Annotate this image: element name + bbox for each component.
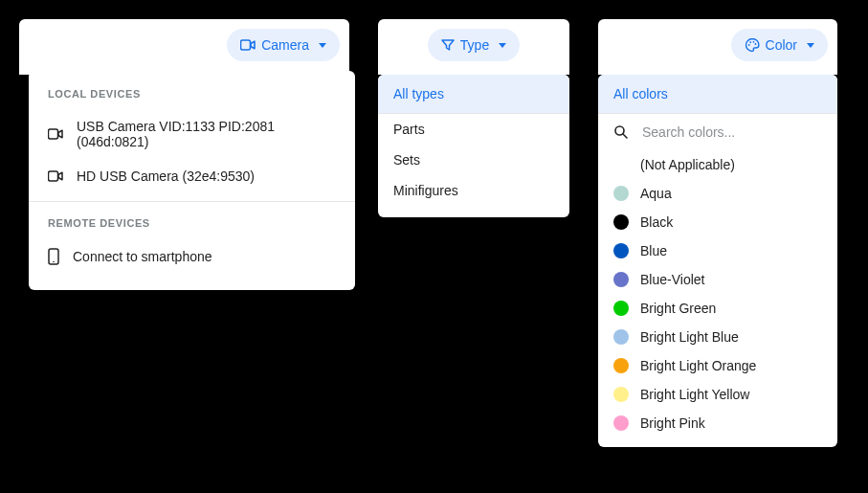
color-swatch bbox=[613, 387, 629, 402]
color-swatch bbox=[613, 243, 629, 258]
remote-devices-header: REMOTE DEVICES bbox=[29, 210, 355, 238]
type-option[interactable]: Minifigures bbox=[378, 175, 569, 206]
color-option[interactable]: Bright Pink bbox=[598, 409, 837, 437]
color-option[interactable]: Bright Light Yellow bbox=[598, 380, 837, 409]
camera-chip[interactable]: Camera bbox=[227, 29, 340, 61]
color-option[interactable]: Bright Green bbox=[598, 294, 837, 323]
color-search-input[interactable] bbox=[640, 123, 822, 141]
local-devices-header: LOCAL DEVICES bbox=[29, 71, 355, 109]
color-dropdown: All colors (Not Applicable)AquaBlackBlue… bbox=[598, 75, 837, 447]
filter-icon bbox=[441, 38, 455, 52]
color-option[interactable]: Black bbox=[598, 208, 837, 236]
type-option[interactable]: Parts bbox=[378, 114, 569, 145]
svg-point-4 bbox=[53, 261, 55, 263]
color-option-label: Bright Green bbox=[640, 301, 716, 316]
svg-line-10 bbox=[623, 134, 627, 138]
camera-dropdown: LOCAL DEVICES USB Camera VID:1133 PID:20… bbox=[29, 71, 355, 290]
svg-point-5 bbox=[747, 44, 749, 46]
color-option[interactable]: Blue bbox=[598, 236, 837, 265]
color-chip[interactable]: Color bbox=[731, 29, 828, 61]
svg-rect-1 bbox=[49, 129, 58, 139]
videocam-icon bbox=[48, 170, 63, 182]
local-device-item[interactable]: USB Camera VID:1133 PID:2081 (046d:0821) bbox=[29, 109, 355, 159]
color-option-label: Blue-Violet bbox=[640, 272, 704, 287]
chevron-down-icon bbox=[319, 43, 326, 48]
color-option-label: Bright Light Orange bbox=[640, 358, 756, 373]
svg-point-6 bbox=[749, 41, 751, 43]
camera-chip-label: Camera bbox=[261, 37, 309, 53]
color-swatch bbox=[613, 329, 629, 345]
color-option[interactable]: (Not Applicable) bbox=[598, 150, 837, 179]
color-option[interactable]: Bright Light Blue bbox=[598, 323, 837, 351]
device-label: USB Camera VID:1133 PID:2081 (046d:0821) bbox=[77, 119, 336, 149]
color-swatch bbox=[613, 272, 629, 287]
type-chip-label: Type bbox=[460, 37, 489, 53]
type-selected[interactable]: All types bbox=[378, 75, 569, 114]
connect-smartphone-item[interactable]: Connect to smartphone bbox=[29, 238, 355, 275]
color-option-label: Blue bbox=[640, 243, 667, 258]
color-option-label: (Not Applicable) bbox=[640, 157, 735, 172]
smartphone-icon bbox=[48, 248, 59, 265]
color-swatch bbox=[613, 186, 629, 201]
device-label: HD USB Camera (32e4:9530) bbox=[77, 168, 255, 184]
videocam-icon bbox=[48, 128, 63, 140]
connect-smartphone-label: Connect to smartphone bbox=[73, 249, 212, 264]
type-option[interactable]: Sets bbox=[378, 145, 569, 175]
svg-point-7 bbox=[752, 41, 754, 43]
palette-icon bbox=[745, 37, 760, 53]
color-option-label: Aqua bbox=[640, 186, 672, 201]
color-option-label: Black bbox=[640, 214, 673, 230]
color-option[interactable]: Aqua bbox=[598, 179, 837, 208]
chevron-down-icon bbox=[807, 43, 814, 48]
search-icon bbox=[613, 124, 629, 140]
color-option-label: Bright Pink bbox=[640, 415, 705, 431]
local-device-item[interactable]: HD USB Camera (32e4:9530) bbox=[29, 159, 355, 193]
type-chip[interactable]: Type bbox=[428, 29, 520, 61]
type-dropdown: All types Parts Sets Minifigures bbox=[378, 75, 569, 217]
chevron-down-icon bbox=[499, 43, 506, 48]
color-swatch bbox=[613, 301, 629, 316]
color-swatch bbox=[613, 415, 629, 431]
color-swatch bbox=[613, 358, 629, 373]
color-option-label: Bright Light Blue bbox=[640, 329, 739, 345]
camera-icon bbox=[240, 39, 256, 51]
color-chip-label: Color bbox=[766, 37, 797, 53]
svg-rect-2 bbox=[49, 171, 58, 181]
color-option[interactable]: Bright Light Orange bbox=[598, 351, 837, 380]
color-swatch bbox=[613, 157, 629, 172]
divider bbox=[29, 201, 355, 202]
color-option-label: Bright Light Yellow bbox=[640, 387, 749, 402]
svg-point-8 bbox=[754, 43, 756, 45]
svg-rect-0 bbox=[241, 40, 251, 50]
color-option[interactable]: Blue-Violet bbox=[598, 265, 837, 294]
color-selected[interactable]: All colors bbox=[598, 75, 837, 114]
color-swatch bbox=[613, 214, 629, 230]
